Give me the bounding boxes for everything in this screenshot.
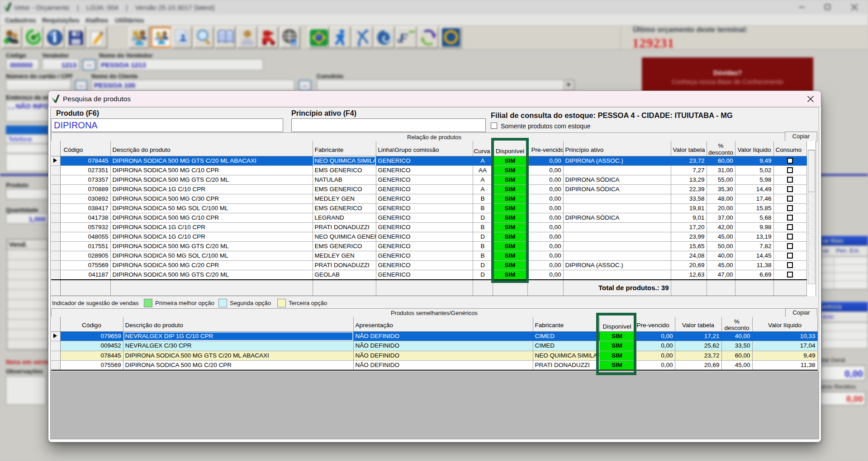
svg-text:ι: ι xyxy=(397,36,399,45)
svg-text:F: F xyxy=(398,30,408,45)
